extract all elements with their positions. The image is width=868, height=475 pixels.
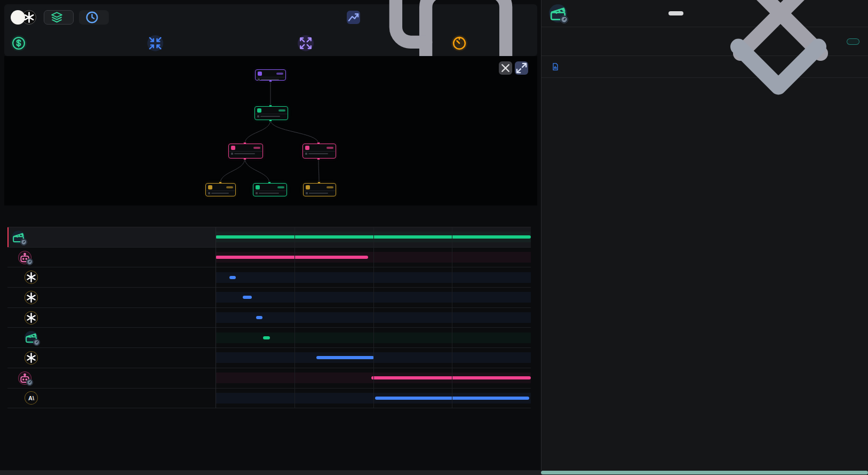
node-duration-badge	[226, 186, 233, 188]
attributes-section-toggle[interactable]	[541, 56, 868, 78]
stat-input	[147, 30, 298, 56]
gridline	[294, 227, 295, 408]
graph-node[interactable]	[302, 144, 336, 159]
graph-close-button[interactable]	[499, 61, 512, 75]
node-type-icon	[208, 185, 212, 189]
node-type-icon	[256, 185, 260, 189]
agent-icon	[18, 251, 31, 264]
timeline-bar	[263, 336, 270, 339]
crewai-icon	[12, 231, 25, 244]
horizontal-scrollbar	[0, 470, 868, 475]
node-duration-badge	[327, 186, 333, 188]
crewai-icon	[549, 4, 567, 22]
graph-node[interactable]	[228, 144, 263, 159]
openai-icon	[25, 271, 38, 284]
node-duration-badge	[277, 186, 284, 188]
stat-cost	[11, 30, 147, 56]
node-duration-badge	[253, 147, 260, 149]
timeline-bar	[256, 316, 262, 319]
node-subtitle	[304, 191, 335, 195]
node-subtitle	[229, 151, 262, 156]
waterfall-section: A\	[7, 209, 531, 408]
timeline-bar	[229, 276, 236, 279]
agentops-badge-icon	[560, 15, 568, 23]
document-icon	[551, 62, 560, 71]
waterfall-time-axis	[7, 209, 531, 227]
layers-icon	[50, 11, 63, 24]
scrollbar-thumb[interactable]	[541, 471, 868, 474]
trace-detail-pane: A\	[0, 0, 541, 475]
graph-node[interactable]	[253, 183, 287, 196]
graph-node[interactable]	[303, 183, 336, 196]
graph-expand-button[interactable]	[515, 61, 528, 75]
trace-viewer-app: A\	[0, 0, 868, 475]
node-duration-badge	[327, 147, 333, 149]
node-subtitle	[206, 191, 235, 195]
traces-count-chip[interactable]	[44, 10, 74, 25]
agentops-badge-icon	[33, 339, 40, 346]
arrows-out-icon	[298, 35, 314, 51]
openai-icon	[25, 351, 38, 365]
timeline-bar	[316, 356, 374, 359]
anthropic-logo-icon	[11, 10, 25, 25]
arrows-in-icon	[147, 35, 163, 51]
node-subtitle	[304, 151, 335, 156]
graph-node[interactable]	[254, 106, 288, 120]
graph-node[interactable]	[255, 69, 286, 81]
node-type-icon	[306, 185, 310, 189]
openai-icon	[25, 311, 38, 324]
gridline	[373, 227, 374, 408]
crewai-icon	[25, 331, 38, 344]
openai-icon	[25, 291, 38, 304]
dollar-icon	[11, 35, 27, 51]
node-duration-badge	[276, 73, 283, 75]
trace-summary-card	[4, 4, 537, 56]
last-updated-chip	[79, 10, 109, 25]
span-detail-panel	[541, 0, 868, 475]
trace-graph-canvas	[4, 56, 537, 205]
agentops-badge-icon	[26, 258, 33, 265]
agentops-badge-icon	[26, 379, 33, 386]
timeline-bar	[371, 376, 531, 379]
provider-avatars	[11, 10, 36, 25]
gridline	[452, 227, 452, 408]
node-subtitle	[254, 191, 286, 195]
timeline-bar	[243, 296, 251, 299]
trace-header-row	[4, 4, 537, 30]
node-type-icon	[305, 146, 309, 150]
node-type-icon	[258, 72, 262, 76]
node-subtitle	[256, 114, 287, 118]
tab-ui[interactable]	[668, 11, 683, 15]
anthropic-icon: A\	[25, 391, 38, 405]
agentops-badge-icon	[20, 239, 27, 246]
node-type-icon	[257, 108, 261, 113]
node-type-icon	[231, 146, 235, 150]
metrics-chart-button[interactable]	[347, 11, 360, 24]
chevron-down-icon[interactable]	[698, 0, 858, 147]
agent-icon	[18, 371, 31, 385]
waterfall-table: A\	[7, 227, 531, 408]
timeline-bar	[216, 256, 368, 259]
node-subtitle	[256, 77, 285, 82]
clock-icon	[85, 10, 99, 25]
node-duration-badge	[278, 109, 285, 112]
graph-node[interactable]	[205, 183, 236, 196]
gridline	[216, 227, 216, 408]
